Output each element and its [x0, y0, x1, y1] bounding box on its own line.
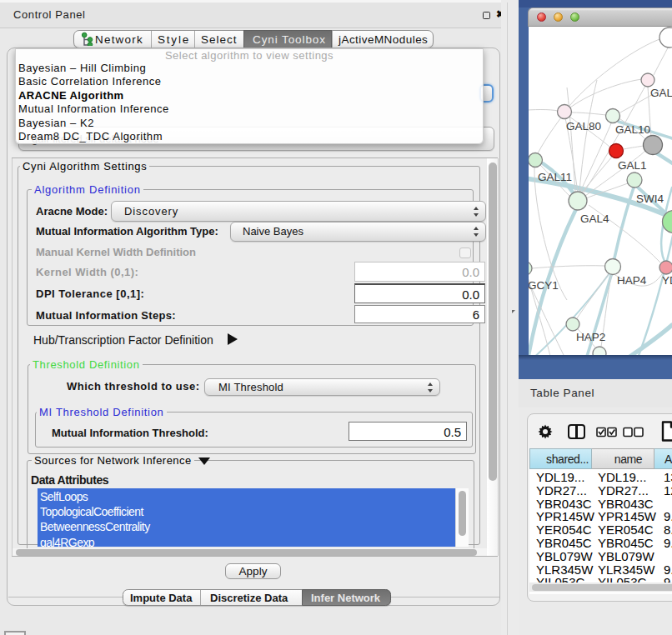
- svg-text:YD: YD: [662, 274, 672, 287]
- svg-text:GAL11: GAL11: [538, 171, 572, 183]
- svg-text:HAP2: HAP2: [576, 331, 605, 343]
- svg-text:SWI4: SWI4: [636, 192, 664, 205]
- svg-text:GAL1: GAL1: [618, 159, 647, 172]
- svg-text:HAP4: HAP4: [617, 274, 647, 287]
- svg-text:GAL4: GAL4: [580, 212, 609, 225]
- svg-text:GAL10: GAL10: [615, 123, 650, 136]
- svg-text:GCY1: GCY1: [529, 279, 559, 292]
- svg-text:GAL80: GAL80: [566, 120, 601, 132]
- svg-text:GAL7: GAL7: [650, 87, 672, 99]
